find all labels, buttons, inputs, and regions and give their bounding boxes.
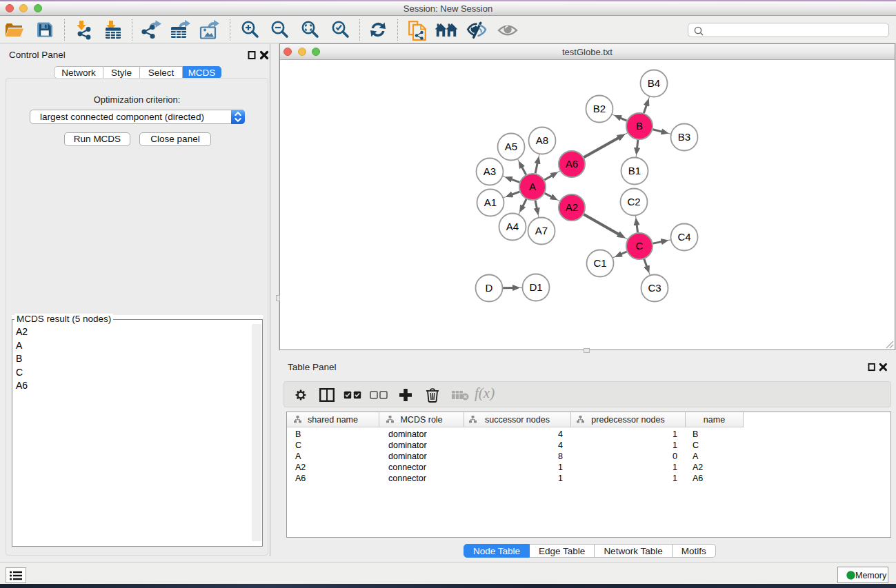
svg-text:A1: A1: [484, 196, 497, 208]
svg-text:B3: B3: [678, 131, 690, 143]
svg-text:C2: C2: [627, 196, 640, 207]
svg-text:B2: B2: [593, 103, 606, 114]
svg-text:B: B: [636, 120, 643, 132]
svg-text:C1: C1: [593, 257, 606, 269]
svg-text:D1: D1: [529, 281, 542, 293]
svg-text:C: C: [636, 240, 644, 252]
svg-text:A3: A3: [484, 165, 496, 177]
svg-text:A6: A6: [566, 158, 578, 170]
svg-text:D: D: [486, 282, 493, 294]
svg-text:C4: C4: [677, 231, 690, 243]
svg-text:C3: C3: [648, 282, 661, 294]
svg-text:A: A: [529, 181, 536, 192]
svg-text:A2: A2: [566, 201, 578, 213]
svg-text:B1: B1: [628, 165, 641, 176]
svg-text:A5: A5: [505, 141, 517, 152]
svg-text:A4: A4: [506, 221, 519, 232]
svg-text:A7: A7: [535, 225, 548, 236]
svg-text:B4: B4: [648, 77, 660, 89]
svg-text:A8: A8: [536, 134, 548, 146]
